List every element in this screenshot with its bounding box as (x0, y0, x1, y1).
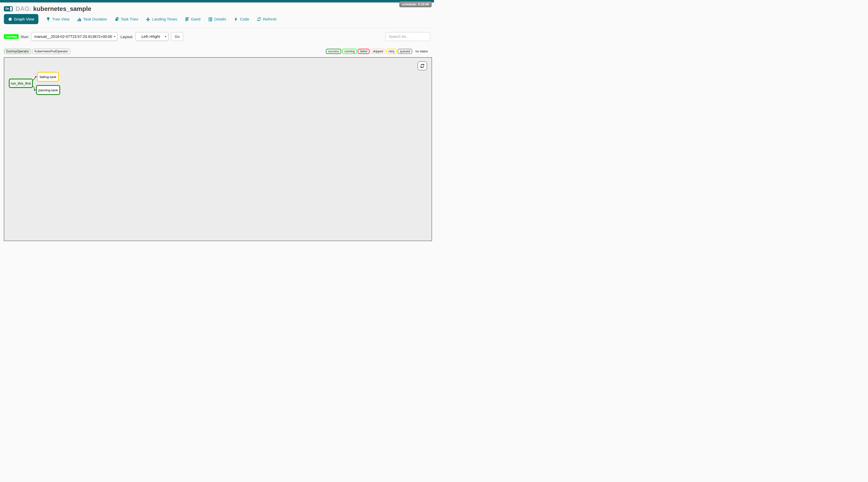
align-left-icon (185, 17, 189, 21)
state-badge-success: success (326, 49, 341, 54)
task-node-failing-task[interactable]: failing-task (37, 72, 59, 82)
bolt-icon (234, 17, 238, 21)
operator-badge-dummyoperator: DummyOperator (4, 49, 31, 54)
tab-task-duration[interactable]: Task Duration (77, 17, 107, 21)
dag-on-off-toggle[interactable]: On (4, 6, 13, 11)
tab-label: Task Duration (83, 17, 107, 21)
task-node-run-this-first[interactable]: run_this_first (9, 79, 33, 88)
run-label: Run: (21, 34, 29, 39)
list-icon (208, 17, 212, 21)
tree-icon (46, 17, 50, 21)
view-tabs: Graph View Tree View Task Duration Task … (4, 14, 434, 24)
run-select[interactable]: manual__2018-02-07T23:57:20.913672+00:00… (31, 32, 118, 41)
tab-label: Code (240, 17, 249, 21)
tab-label: Details (214, 17, 226, 21)
state-legend: success running failed skipped retry que… (326, 49, 430, 54)
layout-select-value: Left->Right (142, 34, 160, 39)
dag-name: kubernetes_sample (33, 5, 91, 12)
tab-label: Landing Times (152, 17, 177, 21)
bar-chart-icon (77, 17, 82, 21)
tab-code[interactable]: Code (234, 17, 249, 21)
tab-landing-times[interactable]: Landing Times (146, 17, 177, 21)
dag-title-prefix: DAG: (16, 5, 31, 12)
legend-row: DummyOperator KubernetesPodOperator succ… (4, 49, 430, 54)
page-title: DAG: kubernetes_sample (16, 5, 91, 12)
edge-run-this-first-to-failing-task (33, 77, 36, 80)
tab-label: Tree View (52, 17, 69, 21)
refresh-icon (257, 17, 261, 21)
tab-label: Task Tries (121, 17, 138, 21)
tab-graph-view[interactable]: Graph View (4, 14, 38, 24)
search-input[interactable] (385, 32, 430, 41)
edge-arrowhead (34, 89, 36, 91)
go-button[interactable]: Go (171, 32, 183, 41)
tab-task-tries[interactable]: Task Tries (115, 17, 138, 21)
tab-gantt[interactable]: Gantt (185, 17, 201, 21)
state-badge-skipped: skipped (370, 49, 385, 54)
state-badge-no-status: no status (413, 49, 430, 54)
run-state-badge: running (4, 34, 19, 39)
tab-label: Graph View (14, 17, 34, 21)
refresh-icon (420, 64, 425, 68)
state-badge-retry: retry (386, 49, 397, 54)
task-node-passing-task[interactable]: passing-task (36, 85, 60, 95)
layout-select[interactable]: Left->Right ▼ (135, 32, 169, 41)
plane-icon (146, 17, 150, 21)
tab-tree-view[interactable]: Tree View (46, 17, 69, 21)
dag-graph-canvas[interactable]: run_this_first failing-task passing-task (4, 57, 432, 241)
top-navbar-strip (0, 0, 434, 2)
tab-label: Refresh (263, 17, 277, 21)
run-select-value: manual__2018-02-07T23:57:20.913672+00:00 (34, 34, 112, 39)
layout-label: Layout: (120, 34, 133, 39)
edge-arrowhead (35, 76, 37, 78)
edge-run-this-first-to-passing-task (33, 86, 35, 90)
schedule-badge: schedule: 0:10:00 (399, 2, 432, 7)
graph-refresh-button[interactable] (418, 61, 427, 70)
chevron-down-icon: ▼ (165, 35, 167, 38)
tab-label: Gantt (191, 17, 201, 21)
toggle-knob (10, 6, 12, 11)
duplicate-icon (115, 17, 119, 21)
header-divider (4, 28, 434, 28)
dag-header: On DAG: kubernetes_sample (4, 5, 434, 12)
tab-details[interactable]: Details (208, 17, 226, 21)
graph-view-icon (8, 17, 12, 21)
state-badge-failed: failed (358, 49, 369, 54)
run-controls: running Run: manual__2018-02-07T23:57:20… (4, 32, 430, 41)
chevron-down-icon: ▼ (114, 35, 116, 38)
tab-refresh[interactable]: Refresh (257, 17, 277, 21)
state-badge-queued: queued (398, 49, 412, 54)
operator-badge-kubernetespodoperator: KubernetesPodOperator (32, 49, 70, 54)
state-badge-running: running (342, 49, 357, 54)
dag-edges (4, 58, 432, 241)
